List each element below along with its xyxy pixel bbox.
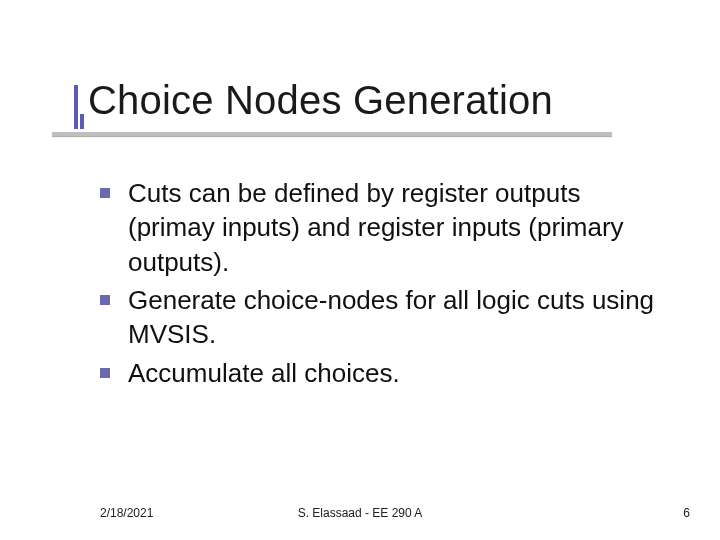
- title-accent-bar-long: [74, 85, 78, 129]
- title-wrap: Choice Nodes Generation: [88, 78, 553, 123]
- footer-page-number: 6: [683, 506, 690, 520]
- title-underline: [52, 132, 612, 136]
- bullet-text: Cuts can be defined by register outputs …: [128, 176, 660, 279]
- list-item: Accumulate all choices.: [100, 356, 660, 390]
- bullet-text: Accumulate all choices.: [128, 356, 400, 390]
- square-bullet-icon: [100, 188, 110, 198]
- bullet-text: Generate choice-nodes for all logic cuts…: [128, 283, 660, 352]
- title-accent-bar-short: [80, 114, 84, 129]
- square-bullet-icon: [100, 295, 110, 305]
- slide: Choice Nodes Generation Cuts can be defi…: [0, 0, 720, 540]
- slide-title: Choice Nodes Generation: [88, 78, 553, 123]
- list-item: Cuts can be defined by register outputs …: [100, 176, 660, 279]
- slide-footer: 2/18/2021 S. Elassaad - EE 290 A 6: [0, 500, 720, 520]
- footer-author: S. Elassaad - EE 290 A: [0, 506, 720, 520]
- list-item: Generate choice-nodes for all logic cuts…: [100, 283, 660, 352]
- square-bullet-icon: [100, 368, 110, 378]
- slide-body: Cuts can be defined by register outputs …: [100, 176, 660, 394]
